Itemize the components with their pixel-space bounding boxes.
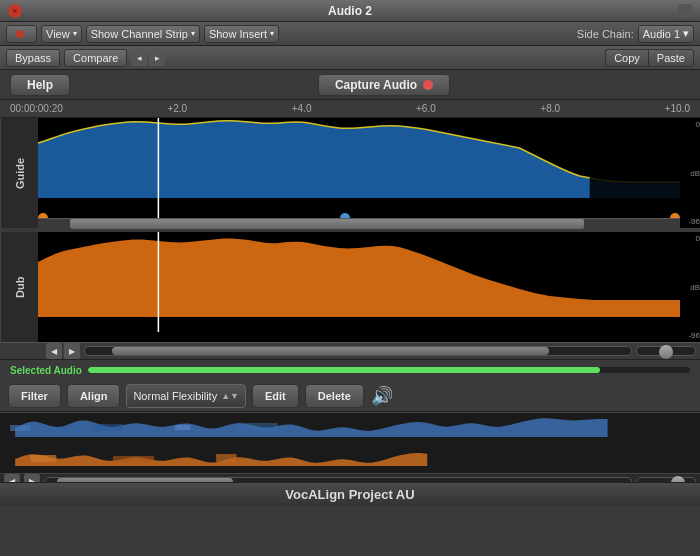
- timeline: 00:00:00:20 +2.0 +4.0 +6.0 +8.0 +10.0: [0, 100, 700, 118]
- volume-slider-area: [636, 346, 696, 356]
- svg-rect-2: [590, 118, 680, 198]
- time-mark-5: +10.0: [665, 103, 690, 114]
- paste-button[interactable]: Paste: [648, 49, 694, 67]
- title-bar: × Audio 2: [0, 0, 700, 22]
- channel-strip-arrow: ▾: [191, 29, 195, 38]
- volume-slider[interactable]: [636, 346, 696, 356]
- toolbar-row2: Bypass Compare ◂ ▸ Copy Paste: [0, 46, 700, 70]
- capture-button[interactable]: Capture Audio: [318, 74, 450, 96]
- selected-audio-row: Selected Audio: [0, 360, 700, 380]
- filter-button[interactable]: Filter: [8, 384, 61, 408]
- mini-wave-orange-svg: [10, 446, 690, 472]
- dub-scroll-thumb[interactable]: [112, 347, 549, 355]
- guide-waveform-canvas[interactable]: [38, 118, 680, 218]
- help-button[interactable]: Help: [10, 74, 70, 96]
- mini-next-button[interactable]: ▶: [24, 474, 40, 483]
- footer: VocALign Project AU: [0, 482, 700, 506]
- flexibility-dropdown-arrow: ▲▼: [221, 391, 239, 401]
- sidechain-dropdown[interactable]: Audio 1 ▾: [638, 25, 694, 43]
- toolbar-row1: View ▾ Show Channel Strip ▾ Show Insert …: [0, 22, 700, 46]
- volume-thumb[interactable]: [659, 345, 673, 359]
- bypass-button[interactable]: Bypass: [6, 49, 60, 67]
- expand-button[interactable]: [678, 4, 692, 18]
- rec-indicator: [423, 80, 433, 90]
- mini-prev-button[interactable]: ◀: [4, 474, 20, 483]
- compare-button[interactable]: Compare: [64, 49, 127, 67]
- nav-arrows: ◂ ▸: [131, 50, 165, 66]
- dub-scroll-row: ◀ ▶: [0, 342, 700, 360]
- sidechain-area: Side Chain: Audio 1 ▾: [569, 25, 694, 43]
- dub-db-scale: 0 dB -96: [680, 232, 700, 342]
- svg-rect-13: [113, 456, 154, 462]
- dub-waveform-section: Dub 0 dB -96: [0, 232, 700, 342]
- mini-scroll-row: ◀ ▶: [0, 473, 700, 482]
- mini-volume-thumb[interactable]: [671, 476, 685, 483]
- mini-scroll-thumb[interactable]: [57, 478, 233, 483]
- insert-arrow: ▾: [270, 29, 274, 38]
- svg-rect-7: [10, 425, 31, 431]
- record-button[interactable]: [6, 25, 37, 43]
- svg-point-0: [16, 30, 24, 38]
- time-mark-4: +8.0: [540, 103, 560, 114]
- mini-volume-slider[interactable]: [636, 477, 696, 483]
- svg-rect-14: [216, 454, 237, 462]
- channel-strip-dropdown[interactable]: Show Channel Strip ▾: [86, 25, 200, 43]
- sidechain-label: Side Chain:: [577, 28, 634, 40]
- play-prev-button[interactable]: ◀: [46, 343, 62, 359]
- app-title: VocALign Project AU: [285, 487, 414, 502]
- guide-db-scale: 0 dB -96: [680, 118, 700, 228]
- view-dropdown[interactable]: View ▾: [41, 25, 82, 43]
- mini-wave-blue-svg: [10, 415, 690, 441]
- svg-rect-12: [31, 455, 57, 462]
- next-arrow-button[interactable]: ▸: [149, 50, 165, 66]
- playback-buttons: ◀ ▶: [46, 343, 80, 359]
- selected-audio-label: Selected Audio: [10, 365, 82, 376]
- insert-dropdown[interactable]: Show Insert ▾: [204, 25, 279, 43]
- delete-button[interactable]: Delete: [305, 384, 364, 408]
- align-button[interactable]: Align: [67, 384, 121, 408]
- time-mark-1: +2.0: [167, 103, 187, 114]
- speaker-icon[interactable]: 🔊: [370, 384, 394, 408]
- mini-wave-row-orange: [0, 445, 700, 473]
- dub-wave-svg: [38, 232, 680, 332]
- guide-waveform-section: Guide 0 dB -96: [0, 118, 700, 228]
- copy-paste-group: Copy Paste: [605, 49, 694, 67]
- selected-audio-bar-fill: [88, 367, 600, 373]
- help-capture-row: Help Capture Audio: [0, 70, 700, 100]
- copy-button[interactable]: Copy: [605, 49, 648, 67]
- guide-wave-svg: [38, 118, 680, 218]
- play-button[interactable]: ▶: [64, 343, 80, 359]
- selected-audio-bar-track: [88, 367, 690, 373]
- mini-wave-row-blue: [0, 413, 700, 443]
- window-title: Audio 2: [22, 4, 678, 18]
- guide-label: Guide: [0, 118, 38, 228]
- dub-scroll-track[interactable]: [84, 346, 632, 356]
- svg-rect-11: [10, 446, 690, 472]
- svg-rect-9: [175, 425, 190, 430]
- prev-arrow-button[interactable]: ◂: [131, 50, 147, 66]
- sidechain-arrow: ▾: [683, 27, 689, 40]
- separator-btn: [169, 49, 601, 67]
- svg-rect-8: [92, 424, 123, 431]
- svg-rect-10: [237, 423, 278, 431]
- mini-waveform-area: ◀ ▶: [0, 412, 700, 482]
- timeline-marks: 00:00:00:20 +2.0 +4.0 +6.0 +8.0 +10.0: [10, 103, 690, 114]
- dub-waveform-canvas[interactable]: [38, 232, 680, 332]
- time-mark-3: +6.0: [416, 103, 436, 114]
- time-mark-0: 00:00:00:20: [10, 103, 63, 114]
- close-button[interactable]: ×: [8, 4, 22, 18]
- view-dropdown-arrow: ▾: [73, 29, 77, 38]
- guide-scroll[interactable]: [38, 218, 680, 228]
- dub-label: Dub: [0, 232, 38, 342]
- mini-scroll-track[interactable]: [44, 477, 632, 483]
- edit-button[interactable]: Edit: [252, 384, 299, 408]
- controls-row: Filter Align Normal Flexibility ▲▼ Edit …: [0, 380, 700, 412]
- flexibility-dropdown[interactable]: Normal Flexibility ▲▼: [126, 384, 246, 408]
- time-mark-2: +4.0: [292, 103, 312, 114]
